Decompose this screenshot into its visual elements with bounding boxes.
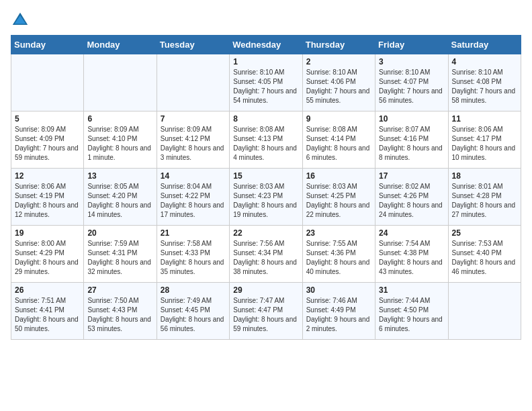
calendar-cell: 30Sunrise: 7:46 AM Sunset: 4:49 PM Dayli… <box>302 283 375 340</box>
day-detail: Sunrise: 8:04 AM Sunset: 4:22 PM Dayligh… <box>161 182 226 220</box>
calendar-cell: 12Sunrise: 8:06 AM Sunset: 4:19 PM Dayli… <box>11 169 84 226</box>
day-number: 24 <box>379 228 444 238</box>
weekday-header-monday: Monday <box>84 36 157 54</box>
day-number: 3 <box>379 57 444 66</box>
calendar-cell: 3Sunrise: 8:10 AM Sunset: 4:07 PM Daylig… <box>375 54 448 111</box>
day-number: 12 <box>15 171 80 181</box>
day-number: 28 <box>161 285 226 295</box>
day-number: 21 <box>161 228 226 238</box>
day-number: 9 <box>306 114 371 124</box>
day-number: 5 <box>15 114 80 124</box>
calendar-cell: 19Sunrise: 8:00 AM Sunset: 4:29 PM Dayli… <box>11 226 84 283</box>
weekday-header-thursday: Thursday <box>302 36 375 54</box>
day-number: 29 <box>233 285 298 295</box>
day-number: 19 <box>15 228 80 238</box>
day-number: 8 <box>233 114 298 124</box>
day-number: 6 <box>87 114 152 124</box>
day-number: 30 <box>306 285 371 295</box>
calendar-cell: 28Sunrise: 7:49 AM Sunset: 4:45 PM Dayli… <box>157 283 229 340</box>
page-header <box>11 11 521 30</box>
calendar-cell: 15Sunrise: 8:03 AM Sunset: 4:23 PM Dayli… <box>230 169 302 226</box>
calendar-cell: 10Sunrise: 8:07 AM Sunset: 4:16 PM Dayli… <box>375 111 448 169</box>
calendar-week-row: 26Sunrise: 7:51 AM Sunset: 4:41 PM Dayli… <box>11 283 521 340</box>
day-detail: Sunrise: 8:10 AM Sunset: 4:06 PM Dayligh… <box>306 68 371 105</box>
weekday-header-friday: Friday <box>375 36 448 54</box>
day-detail: Sunrise: 8:06 AM Sunset: 4:19 PM Dayligh… <box>15 182 80 220</box>
day-number: 16 <box>306 171 371 181</box>
day-detail: Sunrise: 7:55 AM Sunset: 4:36 PM Dayligh… <box>306 239 371 277</box>
calendar-cell: 13Sunrise: 8:05 AM Sunset: 4:20 PM Dayli… <box>84 169 157 226</box>
calendar-cell: 6Sunrise: 8:09 AM Sunset: 4:10 PM Daylig… <box>84 111 157 169</box>
logo <box>11 11 32 30</box>
calendar-cell: 24Sunrise: 7:54 AM Sunset: 4:38 PM Dayli… <box>375 226 448 283</box>
calendar-cell: 4Sunrise: 8:10 AM Sunset: 4:08 PM Daylig… <box>448 54 521 111</box>
day-detail: Sunrise: 7:53 AM Sunset: 4:40 PM Dayligh… <box>452 239 517 277</box>
day-number: 14 <box>161 171 226 181</box>
calendar-week-row: 12Sunrise: 8:06 AM Sunset: 4:19 PM Dayli… <box>11 169 521 226</box>
day-detail: Sunrise: 8:01 AM Sunset: 4:28 PM Dayligh… <box>452 182 517 220</box>
day-number: 15 <box>233 171 298 181</box>
day-detail: Sunrise: 8:10 AM Sunset: 4:08 PM Dayligh… <box>452 68 517 105</box>
calendar-cell: 8Sunrise: 8:08 AM Sunset: 4:13 PM Daylig… <box>230 111 302 169</box>
day-number: 11 <box>452 114 517 124</box>
calendar-week-row: 5Sunrise: 8:09 AM Sunset: 4:09 PM Daylig… <box>11 111 521 169</box>
day-detail: Sunrise: 8:10 AM Sunset: 4:05 PM Dayligh… <box>233 68 298 105</box>
calendar-cell <box>84 54 157 111</box>
day-detail: Sunrise: 8:09 AM Sunset: 4:09 PM Dayligh… <box>15 125 80 163</box>
day-number: 7 <box>161 114 226 124</box>
day-detail: Sunrise: 7:47 AM Sunset: 4:47 PM Dayligh… <box>233 296 298 334</box>
day-number: 31 <box>379 285 444 295</box>
calendar-cell <box>157 54 229 111</box>
calendar-cell <box>448 283 521 340</box>
day-detail: Sunrise: 7:51 AM Sunset: 4:41 PM Dayligh… <box>15 296 80 334</box>
calendar-table: SundayMondayTuesdayWednesdayThursdayFrid… <box>11 35 521 340</box>
weekday-header-row: SundayMondayTuesdayWednesdayThursdayFrid… <box>11 36 521 54</box>
calendar-week-row: 19Sunrise: 8:00 AM Sunset: 4:29 PM Dayli… <box>11 226 521 283</box>
day-detail: Sunrise: 7:58 AM Sunset: 4:33 PM Dayligh… <box>161 239 226 277</box>
day-number: 23 <box>306 228 371 238</box>
day-detail: Sunrise: 8:03 AM Sunset: 4:23 PM Dayligh… <box>233 182 298 220</box>
day-detail: Sunrise: 8:10 AM Sunset: 4:07 PM Dayligh… <box>379 68 444 105</box>
calendar-cell: 7Sunrise: 8:09 AM Sunset: 4:12 PM Daylig… <box>157 111 229 169</box>
day-detail: Sunrise: 8:00 AM Sunset: 4:29 PM Dayligh… <box>15 239 80 277</box>
day-number: 10 <box>379 114 444 124</box>
day-detail: Sunrise: 8:07 AM Sunset: 4:16 PM Dayligh… <box>379 125 444 163</box>
day-detail: Sunrise: 8:09 AM Sunset: 4:10 PM Dayligh… <box>87 125 152 163</box>
day-detail: Sunrise: 8:08 AM Sunset: 4:13 PM Dayligh… <box>233 125 298 163</box>
weekday-header-saturday: Saturday <box>448 36 521 54</box>
day-number: 1 <box>233 57 298 66</box>
calendar-cell: 29Sunrise: 7:47 AM Sunset: 4:47 PM Dayli… <box>230 283 302 340</box>
day-number: 26 <box>15 285 80 295</box>
day-detail: Sunrise: 8:05 AM Sunset: 4:20 PM Dayligh… <box>87 182 152 220</box>
weekday-header-wednesday: Wednesday <box>230 36 302 54</box>
day-number: 18 <box>452 171 517 181</box>
calendar-cell: 14Sunrise: 8:04 AM Sunset: 4:22 PM Dayli… <box>157 169 229 226</box>
calendar-cell: 17Sunrise: 8:02 AM Sunset: 4:26 PM Dayli… <box>375 169 448 226</box>
calendar-cell: 18Sunrise: 8:01 AM Sunset: 4:28 PM Dayli… <box>448 169 521 226</box>
day-detail: Sunrise: 7:49 AM Sunset: 4:45 PM Dayligh… <box>161 296 226 334</box>
calendar-cell: 9Sunrise: 8:08 AM Sunset: 4:14 PM Daylig… <box>302 111 375 169</box>
day-detail: Sunrise: 7:46 AM Sunset: 4:49 PM Dayligh… <box>306 296 371 334</box>
calendar-cell: 11Sunrise: 8:06 AM Sunset: 4:17 PM Dayli… <box>448 111 521 169</box>
calendar-cell: 5Sunrise: 8:09 AM Sunset: 4:09 PM Daylig… <box>11 111 84 169</box>
day-detail: Sunrise: 8:09 AM Sunset: 4:12 PM Dayligh… <box>161 125 226 163</box>
calendar-cell: 20Sunrise: 7:59 AM Sunset: 4:31 PM Dayli… <box>84 226 157 283</box>
day-detail: Sunrise: 7:44 AM Sunset: 4:50 PM Dayligh… <box>379 296 444 334</box>
day-detail: Sunrise: 7:59 AM Sunset: 4:31 PM Dayligh… <box>87 239 152 277</box>
day-detail: Sunrise: 7:54 AM Sunset: 4:38 PM Dayligh… <box>379 239 444 277</box>
day-detail: Sunrise: 7:56 AM Sunset: 4:34 PM Dayligh… <box>233 239 298 277</box>
day-number: 25 <box>452 228 517 238</box>
day-detail: Sunrise: 8:03 AM Sunset: 4:25 PM Dayligh… <box>306 182 371 220</box>
calendar-cell: 31Sunrise: 7:44 AM Sunset: 4:50 PM Dayli… <box>375 283 448 340</box>
day-number: 17 <box>379 171 444 181</box>
weekday-header-tuesday: Tuesday <box>157 36 229 54</box>
calendar-cell: 1Sunrise: 8:10 AM Sunset: 4:05 PM Daylig… <box>230 54 302 111</box>
calendar-week-row: 1Sunrise: 8:10 AM Sunset: 4:05 PM Daylig… <box>11 54 521 111</box>
calendar-cell: 16Sunrise: 8:03 AM Sunset: 4:25 PM Dayli… <box>302 169 375 226</box>
calendar-cell: 27Sunrise: 7:50 AM Sunset: 4:43 PM Dayli… <box>84 283 157 340</box>
weekday-header-sunday: Sunday <box>11 36 84 54</box>
calendar-cell: 2Sunrise: 8:10 AM Sunset: 4:06 PM Daylig… <box>302 54 375 111</box>
day-number: 13 <box>87 171 152 181</box>
calendar-cell: 26Sunrise: 7:51 AM Sunset: 4:41 PM Dayli… <box>11 283 84 340</box>
calendar-cell: 25Sunrise: 7:53 AM Sunset: 4:40 PM Dayli… <box>448 226 521 283</box>
